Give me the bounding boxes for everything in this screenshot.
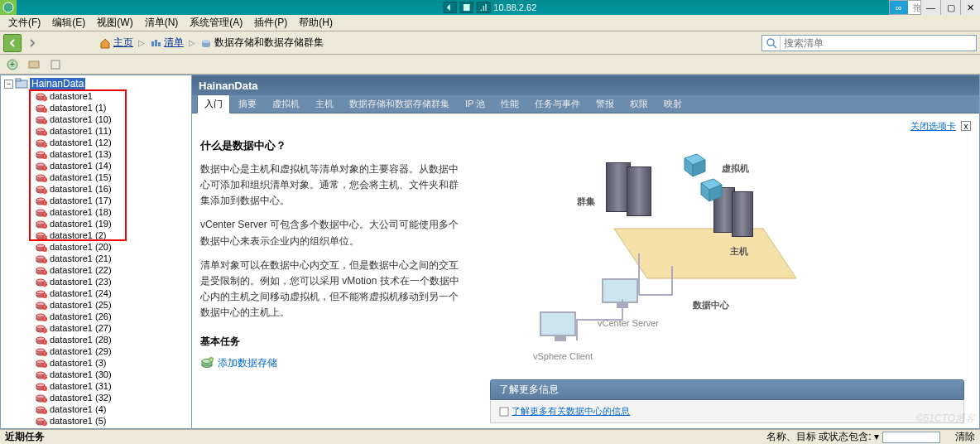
inventory-tree-panel: − HainanData !datastore1!datastore1 (1)!…: [0, 75, 192, 429]
svg-rect-4: [158, 42, 161, 46]
tree-root-item[interactable]: − HainanData: [4, 77, 191, 90]
datastore-item[interactable]: !datastore1 (14): [36, 160, 191, 171]
datastore-item[interactable]: !datastore1 (4): [36, 403, 191, 415]
search-icon[interactable]: [762, 36, 781, 51]
detail-tab-8[interactable]: 警报: [588, 94, 622, 113]
datastore-item[interactable]: !datastore1 (19): [36, 218, 191, 229]
svg-text:!: !: [44, 340, 45, 345]
menu-item-6[interactable]: 帮助(H): [294, 15, 338, 31]
datastore-item[interactable]: !datastore1 (22): [36, 264, 191, 276]
detail-tab-2[interactable]: 虚拟机: [265, 94, 307, 113]
intro-paragraph-2: vCenter Server 可包含多个数据中心。大公司可能使用多个数据中心来表…: [200, 217, 465, 249]
detail-tab-10[interactable]: 映射: [656, 94, 689, 113]
menu-item-0[interactable]: 文件(F): [3, 15, 46, 31]
filter-input[interactable]: [882, 432, 940, 443]
datastore-item[interactable]: !datastore1 (26): [36, 311, 191, 322]
clear-filter-button[interactable]: 清除: [955, 430, 975, 444]
breadcrumb-inventory[interactable]: 清单: [150, 36, 184, 50]
datastore-item[interactable]: !datastore1 (1): [36, 102, 191, 113]
datastore-item[interactable]: !datastore1 (21): [36, 253, 191, 264]
close-icon[interactable]: x: [961, 121, 971, 131]
detail-tab-7[interactable]: 任务与事件: [527, 94, 588, 113]
menu-item-4[interactable]: 系统管理(A): [185, 15, 247, 31]
diagram-label-vm: 虚拟机: [722, 162, 749, 175]
datastore-item[interactable]: !datastore1 (12): [36, 137, 191, 148]
datastore-item[interactable]: !datastore1 (31): [36, 380, 191, 392]
datastore-item[interactable]: !datastore1 (10): [36, 113, 191, 125]
svg-rect-2: [151, 41, 154, 46]
menu-item-1[interactable]: 编辑(E): [47, 15, 90, 31]
detail-tab-1[interactable]: 摘要: [231, 94, 264, 113]
diagram-label-datacenter: 数据中心: [693, 299, 729, 311]
datastore-item[interactable]: !datastore1 (30): [36, 369, 191, 380]
datastore-icon: !: [36, 288, 47, 298]
breadcrumb-home-label: 主页: [113, 36, 133, 50]
datastore-label: datastore1 (27): [50, 323, 112, 333]
detail-tab-3[interactable]: 主机: [308, 94, 341, 113]
detail-tab-4[interactable]: 数据存储和数据存储群集: [342, 94, 457, 113]
datastore-label: datastore1 (16): [50, 184, 112, 194]
datastore-label: datastore1 (30): [50, 369, 112, 379]
diagram-label-cluster: 群集: [577, 195, 595, 208]
add-datastore-link[interactable]: + 添加数据存储: [200, 355, 465, 371]
datastore-item[interactable]: !datastore1 (29): [36, 345, 191, 357]
svg-text:!: !: [44, 282, 45, 287]
back-button[interactable]: [3, 34, 22, 52]
detail-tab-5[interactable]: IP 池: [458, 94, 492, 113]
svg-text:!: !: [44, 398, 45, 403]
datastore-item[interactable]: !datastore1 (15): [36, 171, 191, 183]
menu-item-2[interactable]: 视图(W): [92, 15, 137, 31]
collapse-icon[interactable]: −: [4, 80, 13, 89]
breadcrumb-home[interactable]: 主页: [99, 36, 133, 50]
os-close-icon[interactable]: ✕: [960, 0, 980, 15]
forward-button[interactable]: [23, 34, 41, 52]
menu-bar: 文件(F)编辑(E)视图(W)清单(N)系统管理(A)插件(P)帮助(H): [0, 15, 980, 31]
datastore-item[interactable]: !datastore1 (17): [36, 195, 191, 206]
watermark-text: ©51CTO博客: [916, 412, 975, 426]
datastore-item[interactable]: !datastore1 (18): [36, 206, 191, 218]
datastore-item[interactable]: !datastore1 (11): [36, 125, 191, 137]
os-maximize-icon[interactable]: ▢: [940, 0, 960, 15]
diagram-label-client: vSphere Client: [533, 351, 593, 361]
datastore-item[interactable]: !datastore1 (25): [36, 299, 191, 311]
datastore-item[interactable]: !datastore1: [36, 90, 191, 102]
tool-button-2[interactable]: [25, 56, 43, 74]
inventory-tree-scroll[interactable]: − HainanData !datastore1!datastore1 (1)!…: [1, 75, 191, 428]
menu-item-3[interactable]: 清单(N): [140, 15, 184, 31]
detail-tab-6[interactable]: 性能: [493, 94, 526, 113]
datastore-icon: !: [36, 253, 47, 263]
datastore-item[interactable]: !datastore1 (23): [36, 276, 191, 287]
os-minimize-icon[interactable]: —: [920, 0, 940, 15]
datastore-item[interactable]: !datastore1 (32): [36, 392, 191, 403]
breadcrumb-inventory-label: 清单: [164, 36, 184, 50]
datastore-item[interactable]: !datastore1 (20): [36, 241, 191, 253]
datastore-item[interactable]: !datastore1 (5): [36, 415, 191, 427]
datastore-item[interactable]: !datastore1 (28): [36, 334, 191, 345]
datastore-icon: !: [36, 184, 47, 194]
recent-tasks-label: 近期任务: [5, 430, 45, 444]
learn-more-title: 了解更多信息: [490, 379, 964, 400]
datastore-item[interactable]: !datastore1 (16): [36, 183, 191, 195]
learn-more-panel: 了解更多信息 了解更多有关数据中心的信息: [490, 379, 964, 423]
svg-text:!: !: [44, 189, 45, 194]
connection-address-box: .ıl 10.88.2.62: [444, 2, 537, 13]
detail-tab-9[interactable]: 权限: [622, 94, 656, 113]
datastore-item[interactable]: !datastore1 (2): [36, 229, 191, 241]
search-box[interactable]: [761, 35, 977, 51]
datastore-item[interactable]: !datastore1 (3): [36, 357, 191, 369]
svg-text:!: !: [44, 421, 45, 426]
close-getting-started-link[interactable]: 关闭选项卡 x: [200, 120, 971, 133]
datastore-item[interactable]: !datastore1 (24): [36, 287, 191, 299]
datastore-item[interactable]: !datastore1 (13): [36, 148, 191, 160]
new-datacenter-button[interactable]: +: [3, 56, 22, 74]
learn-more-link[interactable]: 了解更多有关数据中心的信息: [512, 406, 630, 416]
svg-rect-3: [155, 40, 157, 46]
datastore-label: datastore1 (5): [50, 416, 106, 426]
menu-item-5[interactable]: 插件(P): [249, 15, 292, 31]
datastore-label: datastore1 (15): [50, 172, 112, 182]
tool-button-3[interactable]: [46, 56, 65, 74]
detail-tab-0[interactable]: 入门: [197, 94, 230, 113]
datastore-item[interactable]: !datastore1 (27): [36, 322, 191, 334]
search-input[interactable]: [781, 37, 976, 49]
getting-started-content[interactable]: 关闭选项卡 x 什么是数据中心？ 数据中心是主机和虚拟机等清单对象的主要容器。从…: [192, 113, 979, 428]
